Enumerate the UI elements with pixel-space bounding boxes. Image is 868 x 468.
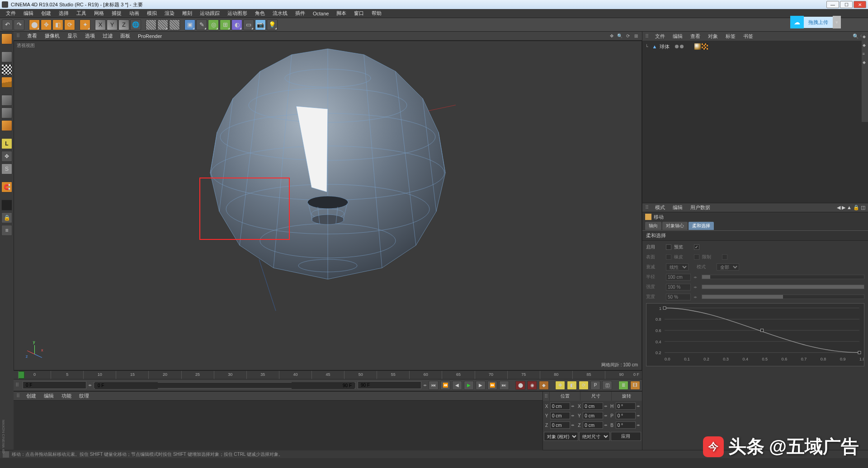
goto-next-key-button[interactable]: ⏩ bbox=[487, 381, 497, 390]
range-end-field[interactable] bbox=[292, 382, 354, 389]
tab-icon-3[interactable]: ≡ bbox=[863, 51, 868, 56]
viewport-solo-off[interactable] bbox=[1, 200, 12, 211]
falloff-curve-graph[interactable]: 10.80.6 0.40.2 0.00.10.20.30.40.50.60.70… bbox=[646, 303, 864, 366]
light-object[interactable]: 💡 bbox=[267, 19, 278, 30]
phong-tag-icon[interactable] bbox=[694, 43, 701, 50]
menu-tools[interactable]: 工具 bbox=[73, 9, 90, 18]
mat-menu-create[interactable]: 创建 bbox=[23, 392, 39, 400]
tab-icon-4[interactable]: ◆ bbox=[863, 60, 868, 65]
menu-window[interactable]: 窗口 bbox=[351, 9, 367, 18]
vmenu-cameras[interactable]: 摄像机 bbox=[42, 32, 63, 40]
menu-edit[interactable]: 编辑 bbox=[20, 9, 37, 18]
scale-key-button[interactable]: ◧ bbox=[567, 381, 577, 390]
attr-menu-userdata[interactable]: 用户数据 bbox=[687, 204, 713, 211]
surface-checkbox[interactable] bbox=[666, 254, 671, 260]
current-frame-field[interactable] bbox=[23, 381, 86, 389]
enable-checkbox[interactable] bbox=[666, 244, 671, 250]
menu-select[interactable]: 选择 bbox=[56, 9, 72, 18]
menu-animate[interactable]: 动画 bbox=[126, 9, 142, 18]
lock-x-axis[interactable]: X bbox=[95, 19, 106, 30]
attr-lock-icon[interactable]: 🔒 bbox=[853, 205, 859, 211]
rubber-checkbox[interactable] bbox=[694, 254, 699, 260]
vmenu-options[interactable]: 选项 bbox=[82, 32, 98, 40]
model-mode[interactable] bbox=[1, 51, 12, 62]
menu-create[interactable]: 创建 bbox=[38, 9, 54, 18]
obj-menu-tags[interactable]: 标签 bbox=[722, 33, 739, 40]
coord-apply-button[interactable]: 应用 bbox=[611, 432, 642, 441]
autokey-button[interactable]: ◉ bbox=[527, 381, 537, 390]
lock-z-axis[interactable]: Z bbox=[118, 19, 129, 30]
menu-script[interactable]: 脚本 bbox=[333, 9, 349, 18]
play-button[interactable]: ▶ bbox=[464, 381, 474, 390]
axis-mode[interactable]: L bbox=[1, 138, 12, 149]
subdivision-surface[interactable]: ◎ bbox=[208, 19, 219, 30]
soft-selection-toggle[interactable]: 🧲 bbox=[1, 182, 12, 192]
move-tool[interactable]: ✥ bbox=[41, 19, 52, 30]
close-button[interactable]: ✕ bbox=[854, 1, 866, 8]
visibility-render-dot[interactable] bbox=[680, 45, 684, 48]
coord-rot-field[interactable] bbox=[616, 421, 636, 429]
attr-nav-up-icon[interactable]: ▲ bbox=[847, 205, 852, 211]
vp-move-icon[interactable]: ✥ bbox=[609, 33, 615, 39]
mat-menu-texture[interactable]: 纹理 bbox=[76, 392, 92, 400]
mode-select[interactable]: 全部 bbox=[717, 263, 739, 271]
obj-search-icon[interactable]: 🔍 bbox=[853, 33, 859, 39]
snap-toggle[interactable]: S bbox=[1, 164, 12, 174]
object-tree[interactable]: └ ▲ 球体 bbox=[642, 41, 868, 203]
coord-pos-field[interactable] bbox=[550, 421, 570, 429]
attr-tab-softselect[interactable]: 柔和选择 bbox=[689, 222, 714, 230]
goto-start-button[interactable]: ⏮ bbox=[429, 381, 439, 390]
menu-simulate[interactable]: 模拟 bbox=[144, 9, 160, 18]
menu-sculpt[interactable]: 雕刻 bbox=[179, 9, 195, 18]
render-view[interactable] bbox=[146, 19, 156, 30]
keyframe-sel-button[interactable]: ◆ bbox=[539, 381, 549, 390]
coord-pos-field[interactable] bbox=[550, 402, 570, 410]
next-frame-button[interactable]: ▶ bbox=[476, 381, 486, 390]
grip-icon[interactable]: ⠿ bbox=[16, 393, 22, 399]
grip-icon[interactable]: ⠿ bbox=[645, 205, 651, 211]
live-select-tool[interactable]: ⬤ bbox=[29, 19, 40, 30]
coord-rot-field[interactable] bbox=[616, 402, 636, 410]
menu-render[interactable]: 渲染 bbox=[161, 9, 178, 18]
menu-file[interactable]: 文件 bbox=[3, 9, 19, 18]
coord-mode-select[interactable]: 对象 (相对) bbox=[544, 432, 578, 441]
cube-primitive[interactable]: ▣ bbox=[184, 19, 195, 30]
grip-icon[interactable]: ⠿ bbox=[645, 33, 651, 39]
limit-checkbox[interactable] bbox=[722, 254, 727, 260]
obj-menu-view[interactable]: 查看 bbox=[687, 33, 703, 40]
viewport-solo-hier[interactable]: ≡ bbox=[1, 225, 12, 236]
upload-widget[interactable]: ☁ 拖拽上传 ▾ bbox=[790, 16, 841, 28]
minimize-button[interactable]: — bbox=[826, 1, 839, 8]
make-editable[interactable] bbox=[1, 33, 12, 44]
menu-pipeline[interactable]: 流水线 bbox=[269, 9, 291, 18]
anim-layers-button[interactable]: ≣ bbox=[618, 381, 628, 390]
coord-pos-field[interactable] bbox=[550, 412, 570, 419]
array-generator[interactable]: ⊞ bbox=[220, 19, 231, 30]
pla-key-button[interactable]: ◫ bbox=[602, 381, 612, 390]
lock-y-axis[interactable]: Y bbox=[107, 19, 118, 30]
edges-mode[interactable] bbox=[1, 108, 12, 118]
selection-tag-icon[interactable] bbox=[702, 43, 708, 50]
render-picture-viewer[interactable] bbox=[157, 19, 168, 30]
camera-object[interactable]: 📷 bbox=[255, 19, 266, 30]
object-name-label[interactable]: 球体 bbox=[660, 43, 670, 50]
obj-menu-file[interactable]: 文件 bbox=[652, 33, 668, 40]
width-slider[interactable] bbox=[702, 295, 864, 299]
anim-mode-button[interactable]: 🎞 bbox=[630, 381, 640, 390]
obj-menu-objects[interactable]: 对象 bbox=[705, 33, 721, 40]
attr-tab-axis[interactable]: 轴向 bbox=[645, 222, 661, 230]
grip-icon[interactable]: ⠿ bbox=[16, 33, 23, 39]
viewport-solo-single[interactable]: 🔒 bbox=[1, 212, 12, 223]
points-mode[interactable] bbox=[1, 95, 12, 106]
coord-size-field[interactable] bbox=[583, 402, 603, 410]
menu-character[interactable]: 角色 bbox=[252, 9, 268, 18]
menu-mograph[interactable]: 运动图形 bbox=[224, 9, 250, 18]
vp-rotate-icon[interactable]: ⟳ bbox=[625, 33, 631, 39]
vp-layout-icon[interactable]: ⊞ bbox=[633, 33, 639, 39]
redo-button[interactable]: ↷ bbox=[14, 19, 24, 30]
coord-size-field[interactable] bbox=[583, 421, 603, 429]
radius-field[interactable] bbox=[666, 274, 691, 281]
obj-menu-edit[interactable]: 编辑 bbox=[670, 33, 686, 40]
object-item-sphere[interactable]: └ ▲ 球体 bbox=[644, 42, 866, 51]
menu-mesh[interactable]: 网格 bbox=[91, 9, 107, 18]
